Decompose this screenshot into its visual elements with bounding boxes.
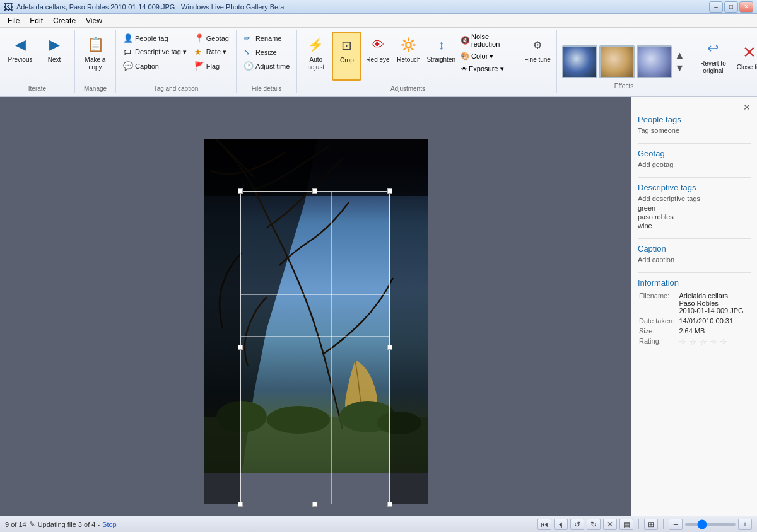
info-table: Filename: Adelaida cellars,Paso Robles20… (638, 290, 751, 349)
geotag-button[interactable]: 📍 Geotag (191, 32, 232, 45)
adjust-time-button[interactable]: 🕐 Adjust time (240, 59, 293, 72)
menu-view[interactable]: View (81, 15, 107, 26)
add-descriptive-tags-link[interactable]: Add descriptive tags (638, 195, 751, 202)
ribbon-tag-group: 👤 People tag 🏷 Descriptive tag ▾ 💬 Capti… (116, 30, 237, 93)
flag-label: Flag (206, 62, 220, 70)
prev-photo-button[interactable]: ⏴ (554, 519, 568, 530)
resize-button[interactable]: ⤡ Resize (240, 45, 293, 59)
caption-label: Caption (135, 62, 159, 70)
close-file-button[interactable]: ✕ Close file (732, 32, 757, 81)
rotate-left-button[interactable]: ↺ (570, 519, 584, 530)
crop-handle-top-center[interactable] (312, 188, 317, 194)
star-3[interactable]: ☆ (700, 337, 708, 347)
caption-button[interactable]: 💬 Caption (120, 59, 190, 72)
position-text: 9 of 14 (5, 521, 26, 528)
thumb-3-inner (638, 47, 671, 77)
flag-button[interactable]: 🚩 Flag (191, 59, 232, 72)
red-eye-button[interactable]: 👁 Red eye (363, 32, 392, 81)
effect-thumb-2[interactable] (599, 45, 635, 78)
minimize-button[interactable]: – (709, 1, 723, 13)
filename-value: Adelaida cellars,Paso Robles2010-01-14 0… (679, 291, 749, 315)
previous-button[interactable]: ◀ Previous (4, 32, 37, 81)
menu-edit[interactable]: Edit (25, 15, 48, 26)
manage-content: 📋 Make a copy (79, 32, 112, 92)
copy-label: Make a copy (81, 56, 110, 71)
tag-group-label: Tag and caption (154, 85, 199, 92)
next-button[interactable]: ▶ Next (38, 32, 71, 81)
crop-mask-right (390, 191, 428, 504)
zoom-out-button[interactable]: – (669, 519, 683, 530)
titlebar: 🖼 Adelaida cellars, Paso Robles 2010-01-… (0, 0, 757, 14)
star-5[interactable]: ☆ (720, 337, 728, 347)
star-2[interactable]: ☆ (690, 337, 698, 347)
revert-button[interactable]: ↩ Revert to original (695, 32, 731, 81)
straighten-button[interactable]: ↕ Straighten (425, 32, 457, 81)
effect-thumb-1[interactable] (562, 45, 597, 78)
descriptive-tag-label: Descriptive tag ▾ (135, 48, 187, 56)
make-copy-button[interactable]: 📋 Make a copy (79, 32, 112, 81)
exposure-label: Exposure ▾ (469, 65, 504, 73)
noise-reduction-button[interactable]: 🔇 Noise reduction (459, 32, 515, 49)
manage-group-label: Manage (84, 85, 107, 92)
color-button[interactable]: 🎨 Color ▾ (459, 50, 515, 62)
effects-thumbs-row: ▲ ▼ (562, 45, 686, 78)
crop-handle-mid-right[interactable] (387, 345, 392, 350)
fine-tune-button[interactable]: ⚙ Fine tune (522, 32, 553, 81)
previous-icon: ◀ (10, 35, 30, 55)
geotag-title: Geotag (638, 149, 751, 158)
resize-icon: ⤡ (244, 47, 254, 57)
people-tag-label: People tag (135, 35, 168, 42)
add-caption-link[interactable]: Add caption (638, 256, 751, 263)
crop-handle-bottom-center[interactable] (312, 502, 317, 507)
effect-thumb-3[interactable] (637, 45, 672, 78)
descriptive-tag-button[interactable]: 🏷 Descriptive tag ▾ (120, 45, 190, 59)
delete-button[interactable]: ✕ (603, 519, 617, 530)
menu-create[interactable]: Create (48, 15, 81, 26)
information-title: Information (638, 278, 751, 287)
divider-4 (638, 272, 751, 273)
app-icon: 🖼 (4, 2, 13, 12)
effects-area: ▲ ▼ Effects (557, 30, 692, 93)
crop-handle-mid-left[interactable] (238, 345, 243, 350)
maximize-button[interactable]: □ (724, 1, 738, 13)
crop-handle-top-right[interactable] (387, 188, 392, 194)
geotag-icon: 📍 (194, 33, 204, 43)
slideshow-button[interactable]: ▤ (619, 519, 633, 530)
filedetails-content: ✏ Rename ⤡ Resize 🕐 Adjust time (240, 32, 293, 92)
geotag-label: Geotag (206, 35, 229, 42)
adj-small-panel: 🔇 Noise reduction 🎨 Color ▾ ☀ Exposure ▾ (459, 32, 515, 83)
crop-handle-bottom-left[interactable] (238, 502, 243, 507)
zoom-slider[interactable] (685, 523, 736, 526)
crop-handle-top-left[interactable] (238, 188, 243, 194)
star-4[interactable]: ☆ (710, 337, 718, 347)
exposure-button[interactable]: ☀ Exposure ▾ (459, 63, 515, 74)
view-mode-button[interactable]: ⊞ (644, 519, 658, 530)
add-geotag-link[interactable]: Add geotag (638, 161, 751, 168)
ribbon-manage-group: 📋 Make a copy Manage (75, 30, 116, 93)
star-1[interactable]: ☆ (679, 337, 687, 347)
first-photo-button[interactable]: ⏮ (537, 519, 551, 530)
thumb-2-inner (601, 47, 633, 77)
effects-scroll-up[interactable]: ▲ (674, 50, 686, 61)
effects-scroll-down[interactable]: ▼ (674, 62, 686, 74)
rotate-right-button[interactable]: ↻ (587, 519, 601, 530)
filedetails-small-group: ✏ Rename ⤡ Resize 🕐 Adjust time (240, 32, 293, 81)
rate-button[interactable]: ★ Rate ▾ (191, 45, 232, 59)
menu-file[interactable]: File (3, 15, 25, 26)
tag-someone-link[interactable]: Tag someone (638, 127, 751, 134)
exposure-icon: ☀ (461, 64, 467, 73)
close-panel-button[interactable]: ✕ (743, 102, 751, 112)
zoom-in-button[interactable]: + (738, 519, 752, 530)
iterate-group-label: Iterate (28, 85, 46, 92)
crop-icon: ⊡ (337, 35, 357, 55)
crop-handle-bottom-right[interactable] (387, 502, 392, 507)
auto-adjust-button[interactable]: ⚡ Auto adjust (301, 32, 331, 81)
red-eye-icon: 👁 (368, 35, 388, 55)
retouch-button[interactable]: 🔆 Retouch (394, 32, 423, 81)
rename-button[interactable]: ✏ Rename (240, 32, 293, 45)
crop-button[interactable]: ⊡ Crop (332, 32, 361, 81)
close-button[interactable]: ✕ (739, 1, 753, 13)
effects-group-label: Effects (614, 83, 633, 90)
stop-link[interactable]: Stop (102, 521, 117, 528)
people-tag-button[interactable]: 👤 People tag (120, 32, 190, 45)
